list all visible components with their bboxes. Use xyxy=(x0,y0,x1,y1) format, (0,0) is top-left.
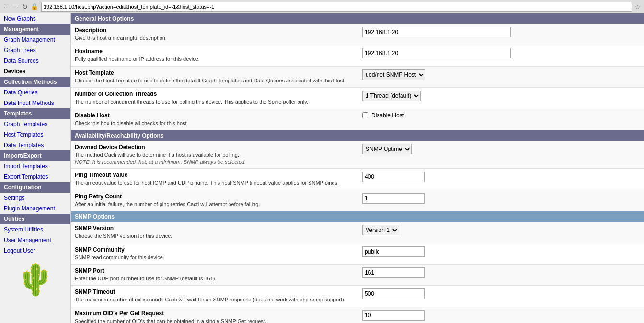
max-oid-input[interactable] xyxy=(362,310,425,321)
table-row: Downed Device Detection The method Cacti… xyxy=(71,141,644,169)
sidebar-item-new-graphs[interactable]: New Graphs xyxy=(0,13,70,24)
sidebar-item-settings[interactable]: Settings xyxy=(0,193,70,203)
sidebar-item-user-management[interactable]: User Management xyxy=(0,235,70,245)
table-row: Ping Timeout Value The timeout value to … xyxy=(71,169,644,190)
table-row: Number of Collection Threads The number … xyxy=(71,88,644,109)
snmp-port-desc: Enter the UDP port number to use for SNM… xyxy=(75,276,217,281)
snmp-header: SNMP Options xyxy=(71,211,644,222)
bookmark-star-icon[interactable]: ☆ xyxy=(635,3,641,11)
collection-threads-desc: The number of concurrent threads to use … xyxy=(75,99,308,104)
cactus-icon: 🌵 xyxy=(0,262,70,298)
refresh-button[interactable]: ↻ xyxy=(22,3,28,11)
availability-table: Downed Device Detection The method Cacti… xyxy=(71,141,644,211)
back-button[interactable]: ← xyxy=(3,3,10,11)
sidebar-item-host-templates[interactable]: Host Templates xyxy=(0,129,70,140)
snmp-version-label: SNMP Version xyxy=(75,225,355,231)
sidebar-item-data-sources[interactable]: Data Sources xyxy=(0,56,70,66)
sidebar-item-data-queries[interactable]: Data Queries xyxy=(0,87,70,98)
hostname-label: Hostname xyxy=(75,48,355,55)
table-row: Disable Host Check this box to disable a… xyxy=(71,109,644,130)
sidebar-section-management: Management xyxy=(0,24,70,35)
description-label: Description xyxy=(75,27,355,34)
sidebar-item-export-templates[interactable]: Export Templates xyxy=(0,172,70,182)
snmp-port-label: SNMP Port xyxy=(75,267,355,274)
table-row: Host Template Choose the Host Template t… xyxy=(71,66,644,87)
snmp-timeout-desc: The maximum number of milliseconds Cacti… xyxy=(75,297,345,302)
sidebar-item-graph-templates[interactable]: Graph Templates xyxy=(0,119,70,129)
ping-retry-desc: After an initial failure, the number of … xyxy=(75,201,260,207)
sidebar-item-data-templates[interactable]: Data Templates xyxy=(0,140,70,150)
sidebar-item-system-utilities[interactable]: System Utilities xyxy=(0,224,70,235)
snmp-timeout-input[interactable] xyxy=(362,288,425,299)
disable-host-checkbox-label: Disable Host xyxy=(371,112,404,119)
ping-timeout-label: Ping Timeout Value xyxy=(75,172,355,178)
hostname-desc: Fully qualified hostname or IP address f… xyxy=(75,56,200,62)
ping-timeout-desc: The timeout value to use for host ICMP a… xyxy=(75,180,339,185)
sidebar-item-graph-management[interactable]: Graph Management xyxy=(0,35,70,45)
ping-retry-input[interactable] xyxy=(362,193,425,204)
hostname-input[interactable] xyxy=(362,48,511,58)
table-row: SNMP Timeout The maximum number of milli… xyxy=(71,286,644,307)
ping-timeout-input[interactable] xyxy=(362,172,425,182)
lock-icon: 🔒 xyxy=(31,3,38,10)
snmp-community-label: SNMP Community xyxy=(75,246,355,253)
sidebar-section-configuration: Configuration xyxy=(0,182,70,193)
snmp-table: SNMP Version Choose the SNMP version for… xyxy=(71,222,644,323)
sidebar-item-logout-user[interactable]: Logout User xyxy=(0,245,70,256)
sidebar-section-utilities: Utilities xyxy=(0,214,70,224)
table-row: Hostname Fully qualified hostname or IP … xyxy=(71,45,644,66)
table-row: Description Give this host a meaningful … xyxy=(71,24,644,45)
ping-retry-label: Ping Retry Count xyxy=(75,193,355,200)
collection-threads-select[interactable]: 1 Thread (default) xyxy=(362,91,421,101)
sidebar-section-templates: Templates xyxy=(0,108,70,119)
url-bar[interactable] xyxy=(41,2,632,12)
snmp-community-input[interactable] xyxy=(362,246,425,257)
sidebar-section-import-export: Import/Export xyxy=(0,150,70,161)
sidebar: New Graphs Management Graph Management G… xyxy=(0,13,71,323)
host-template-desc: Choose the Host Template to use to defin… xyxy=(75,78,345,83)
table-row: SNMP Version Choose the SNMP version for… xyxy=(71,222,644,243)
snmp-version-desc: Choose the SNMP version for this device. xyxy=(75,233,172,239)
snmp-version-select[interactable]: Version 1 Version 2 Version 3 xyxy=(362,225,399,235)
table-row: SNMP Port Enter the UDP port number to u… xyxy=(71,264,644,285)
table-row: Maximum OID's Per Get Request Specified … xyxy=(71,307,644,323)
description-desc: Give this host a meaningful description. xyxy=(75,35,167,41)
table-row: Ping Retry Count After an initial failur… xyxy=(71,190,644,211)
description-input[interactable] xyxy=(362,27,511,37)
downed-detection-desc: The method Cacti will use to determine i… xyxy=(75,152,239,158)
main-content: General Host Options Description Give th… xyxy=(71,13,644,323)
forward-button[interactable]: → xyxy=(12,3,19,11)
browser-bar: ← → ↻ 🔒 ☆ xyxy=(0,0,644,13)
max-oid-desc: Specified the number of OID's that can b… xyxy=(75,318,266,323)
sidebar-section-collection-methods: Collection Methods xyxy=(0,77,70,87)
sidebar-item-graph-trees[interactable]: Graph Trees xyxy=(0,45,70,56)
snmp-community-desc: SNMP read community for this device. xyxy=(75,254,164,260)
sidebar-item-devices[interactable]: Devices xyxy=(0,66,70,77)
availability-header: Availability/Reachability Options xyxy=(71,130,644,141)
max-oid-label: Maximum OID's Per Get Request xyxy=(75,310,355,317)
downed-detection-label: Downed Device Detection xyxy=(75,144,355,150)
snmp-port-input[interactable] xyxy=(362,267,425,278)
downed-detection-select[interactable]: SNMP Uptime xyxy=(362,144,412,154)
sidebar-logo: 🌵 xyxy=(0,256,70,303)
sidebar-item-data-input-methods[interactable]: Data Input Methods xyxy=(0,98,70,108)
host-template-label: Host Template xyxy=(75,69,355,76)
collection-threads-label: Number of Collection Threads xyxy=(75,91,355,97)
sidebar-item-import-templates[interactable]: Import Templates xyxy=(0,161,70,172)
table-row: SNMP Community SNMP read community for t… xyxy=(71,243,644,264)
browser-icons: ☆ xyxy=(635,3,641,11)
downed-detection-note: NOTE: It is recommended that, at a minim… xyxy=(75,159,246,165)
disable-host-label: Disable Host xyxy=(75,112,355,119)
host-template-select[interactable]: ucd/net SNMP Host xyxy=(362,69,426,80)
general-host-options-header: General Host Options xyxy=(71,13,644,24)
sidebar-item-plugin-management[interactable]: Plugin Management xyxy=(0,203,70,214)
disable-host-checkbox[interactable] xyxy=(362,112,368,118)
snmp-timeout-label: SNMP Timeout xyxy=(75,288,355,295)
disable-host-desc: Check this box to disable all checks for… xyxy=(75,120,188,126)
general-options-table: Description Give this host a meaningful … xyxy=(71,24,644,130)
